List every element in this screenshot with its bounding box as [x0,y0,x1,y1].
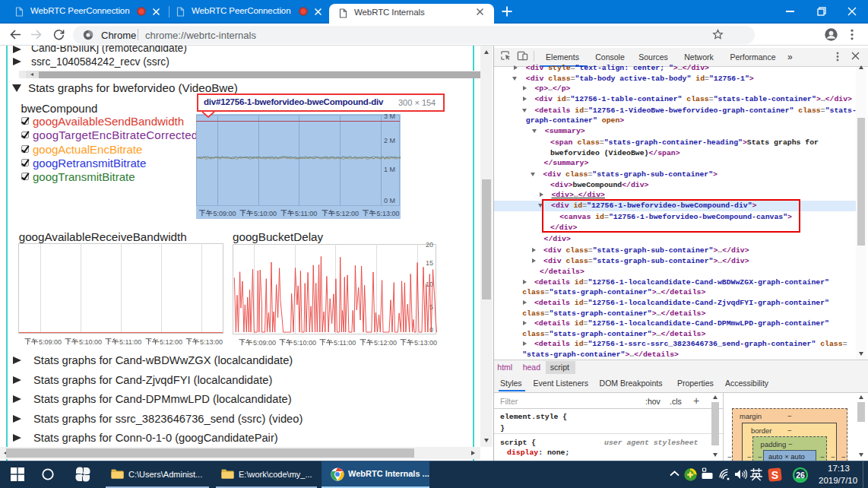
svg-text:5:11:00: 5:11:00 [334,338,356,346]
svg-text:S: S [771,469,778,481]
svg-text:5:12:00: 5:12:00 [374,338,397,346]
svg-text:5:10:00: 5:10:00 [293,338,316,346]
svg-text:5:13:00: 5:13:00 [414,338,437,346]
svg-text:5:09:00: 5:09:00 [253,338,276,346]
svg-text:26: 26 [796,471,805,480]
